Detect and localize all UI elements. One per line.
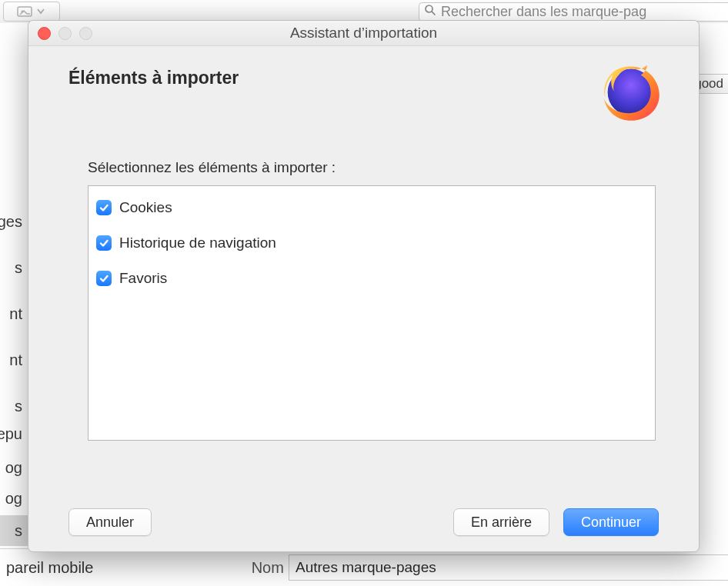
parent-sidebar: gessntntsepuogogs	[0, 23, 29, 549]
sidebar-footer-item[interactable]: pareil mobile	[0, 548, 221, 586]
instructions-text: Sélectionnez les éléments à importer :	[88, 159, 659, 176]
page-heading: Éléments à importer	[68, 68, 659, 88]
sidebar-item[interactable]: epu	[0, 418, 28, 449]
import-assistant-dialog: Assistant d’importation Éléments à impor…	[28, 20, 700, 552]
import-item-label: Historique de navigation	[119, 235, 276, 251]
sidebar-item[interactable]: s	[0, 252, 28, 283]
continue-button-label: Continuer	[581, 514, 641, 531]
import-item-label: Favoris	[119, 270, 167, 287]
import-item-label: Cookies	[119, 199, 172, 216]
search-placeholder: Rechercher dans les marque-pag	[441, 4, 646, 20]
details-name-field[interactable]: Autres marque-pages	[289, 554, 728, 581]
import-item-row[interactable]: Historique de navigation	[96, 232, 647, 254]
cancel-button[interactable]: Annuler	[68, 508, 152, 536]
details-name-label: Nom :	[215, 548, 297, 586]
toolbar-dropdown-button[interactable]	[3, 2, 60, 22]
back-button[interactable]: En arrière	[453, 508, 549, 536]
minimize-window-button	[58, 27, 72, 40]
continue-button[interactable]: Continuer	[563, 508, 659, 536]
sidebar-item[interactable]: og	[0, 483, 28, 514]
dialog-button-row: Annuler En arrière Continuer	[68, 508, 659, 536]
sidebar-item[interactable]: s	[0, 391, 28, 421]
zoom-window-button	[79, 27, 92, 40]
sidebar-item[interactable]: ges	[0, 206, 28, 237]
dialog-body: Éléments à importer	[28, 46, 699, 551]
import-items-listbox: CookiesHistorique de navigationFavoris	[88, 185, 656, 441]
sidebar-footer-label: pareil mobile	[6, 559, 93, 577]
search-icon	[424, 4, 436, 20]
back-button-label: En arrière	[471, 514, 532, 531]
cancel-button-label: Annuler	[86, 514, 134, 531]
sidebar-item[interactable]: nt	[0, 345, 28, 375]
dialog-title: Assistant d’importation	[28, 25, 699, 42]
bookmarks-search[interactable]: Rechercher dans les marque-pag	[419, 2, 728, 22]
checkbox[interactable]	[96, 235, 112, 251]
dialog-titlebar[interactable]: Assistant d’importation	[28, 21, 699, 46]
window-controls	[38, 27, 92, 40]
sidebar-item[interactable]: s	[0, 515, 28, 546]
sidebar-item[interactable]: og	[0, 452, 28, 483]
import-item-row[interactable]: Favoris	[96, 268, 647, 289]
close-window-button[interactable]	[38, 27, 51, 40]
import-item-row[interactable]: Cookies	[96, 197, 647, 218]
checkbox[interactable]	[96, 200, 112, 215]
sidebar-item[interactable]: nt	[0, 298, 28, 329]
firefox-icon	[600, 62, 662, 123]
checkbox[interactable]	[96, 271, 112, 286]
details-name-value: Autres marque-pages	[296, 559, 436, 576]
svg-line-3	[432, 12, 435, 15]
sidebar-item[interactable]	[0, 23, 28, 54]
